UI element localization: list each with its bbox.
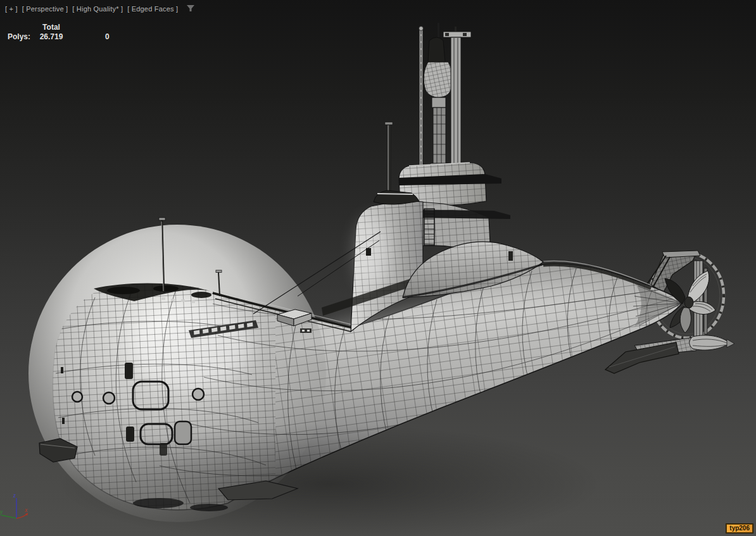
periscope <box>424 37 453 175</box>
stats-polys-label: Polys: <box>0 32 30 42</box>
viewport-menu-pov[interactable]: [ + ] <box>5 5 18 13</box>
viewport-statistics: Total Polys: 26.719 0 <box>0 23 124 42</box>
viewport-menu-quality[interactable]: [ High Quality* ] <box>72 5 123 13</box>
axis-x-label: x <box>24 506 28 513</box>
viewport-3d[interactable]: [ + ] [ Perspective ] [ High Quality* ] … <box>0 0 756 536</box>
stats-polys-total: 26.719 <box>33 32 70 42</box>
stats-header-total: Total <box>33 23 70 32</box>
viewport-menu-shading[interactable]: [ Edged Faces ] <box>127 5 178 13</box>
submarine-model[interactable] <box>28 23 734 536</box>
antenna-mast <box>385 122 393 201</box>
stats-row-polys: Polys: 26.719 0 <box>0 32 124 42</box>
axis-y-label: y <box>0 508 3 515</box>
scene-canvas[interactable] <box>0 0 756 536</box>
filter-funnel-icon[interactable] <box>186 4 195 14</box>
viewport-menu-view[interactable]: [ Perspective ] <box>22 5 68 13</box>
stats-polys-other: 0 <box>105 32 124 42</box>
world-axis-gizmo: z y x <box>0 492 44 530</box>
axis-y-line <box>1 515 16 518</box>
whip-antenna <box>419 27 424 173</box>
viewport-label-bar: [ + ] [ Perspective ] [ High Quality* ] … <box>5 4 195 14</box>
stabilizer-pod <box>690 335 729 350</box>
snorkel-mast <box>443 27 471 167</box>
object-name-tag: typ206 <box>726 524 753 533</box>
axis-z-label: z <box>13 492 16 499</box>
